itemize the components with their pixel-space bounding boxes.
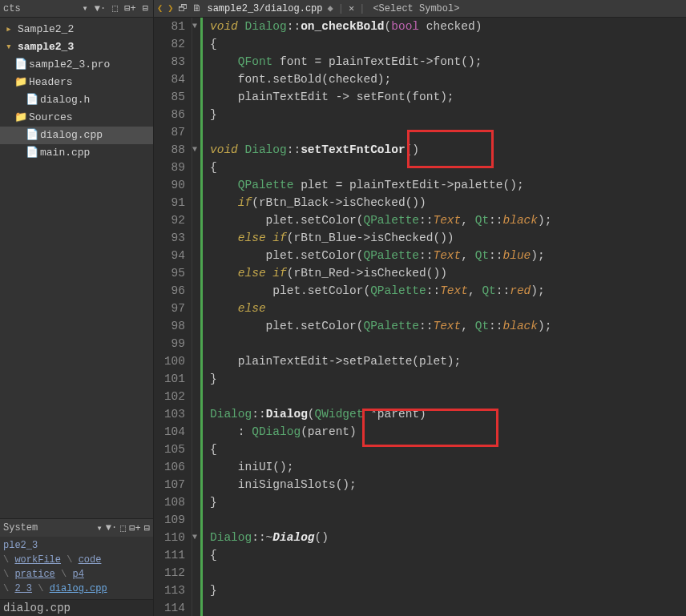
code-line[interactable] [210,564,686,582]
code-line[interactable]: if(rBtn_Black->isChecked()) [210,194,686,211]
file-icon: 📁 [14,110,26,126]
tree-item[interactable]: 📁Sources [0,109,153,127]
code-line[interactable] [210,388,686,405]
sidebar: cts ▾ ▼· ⬚ ⊟+ ⊟ ▸Sample2_2▾sample2_3📄sam… [0,0,154,616]
tree-item[interactable]: 📄dialog.cpp [0,127,153,144]
link-icon[interactable]: ⬚ [120,522,126,534]
fold-column[interactable]: ▼▼▼ [192,18,204,616]
tree-item[interactable]: 📄sample2_3.pro [0,56,153,74]
expand-icon[interactable]: ⊟+ [129,522,140,534]
expand-icon[interactable]: ⊟+ [123,2,137,14]
fold-icon[interactable]: ▼ [191,22,199,30]
file-icon: 🗎 [192,2,202,14]
code-line[interactable]: plainTextEdit->setPalette(plet); [210,352,686,370]
nav-fwd-icon[interactable]: ❯ [167,2,173,14]
code-line[interactable]: else if(rBtn_Red->isChecked()) [210,264,686,282]
current-file[interactable]: dialog.cpp [0,599,153,616]
fold-icon[interactable]: ▼ [191,146,199,154]
tab-close-icon[interactable]: ✕ [349,2,354,14]
nav-back-icon[interactable]: ❮ [157,2,163,14]
code-line[interactable]: } [210,582,686,599]
breadcrumb-seg: code [79,554,102,566]
tree-item[interactable]: ▾sample2_3 [0,38,153,56]
tree-item-label: Sources [29,110,73,126]
code-line[interactable]: Dialog::~Dialog() [210,529,686,546]
code-line[interactable] [210,599,686,616]
tree-item[interactable]: 📄dialog.h [0,91,153,109]
tree-item-label: Sample2_2 [18,22,74,38]
toolbar-label: cts [3,3,21,14]
code-line[interactable]: void Dialog::setTextFntColor() [210,141,686,159]
breadcrumb-seg: 2_3 [14,583,32,594]
code-line[interactable]: } [210,370,686,388]
file-icon: ▸ [3,22,14,38]
file-icon: 📄 [26,145,37,161]
tab-dropdown-icon[interactable]: ◆ [328,2,333,14]
tree-item[interactable]: 📄main.cpp [0,144,153,162]
filter-icon[interactable]: ▾ [96,522,102,534]
breadcrumb-seg: workFile [14,554,61,566]
code-area[interactable]: 8182838485868788899091929394959697989910… [154,18,686,616]
code-line[interactable]: plet.setColor(QPalette::Text, Qt::black)… [210,317,686,335]
file-icon: 📄 [14,57,26,73]
editor-tabbar: ❮ ❯ 🗗 🗎 sample2_3/dialog.cpp ◆ | ✕ | <Se… [154,0,686,18]
tree-item-label: dialog.h [40,92,90,108]
code-line[interactable]: else [210,300,686,317]
code-line[interactable]: QFont font = plainTextEdit->font(); [210,53,686,70]
code-line[interactable]: : QDialog(parent) [210,423,686,441]
split-icon[interactable]: ⊟ [141,2,150,14]
tree-item-label: sample2_3 [18,39,74,55]
breadcrumb-project: ple2_3 [3,540,38,551]
code-line[interactable]: iniSignalSlots(); [210,476,686,493]
code-line[interactable]: plet.setColor(QPalette::Text, Qt::black)… [210,211,686,229]
breadcrumb: ple2_3 \ workFile \ code \ pratice \ p4 … [0,537,153,599]
write-lock-icon[interactable]: 🗗 [178,2,188,14]
code-line[interactable]: else if(rBtn_Blue->isChecked()) [210,229,686,247]
code-line[interactable]: { [210,35,686,53]
breadcrumb-seg: pratice [14,569,54,580]
code-line[interactable]: } [210,493,686,511]
project-toolbar: cts ▾ ▼· ⬚ ⊟+ ⊟ [0,0,153,18]
open-docs-title: System [3,522,38,533]
select-symbol[interactable]: <Select Symbol> [373,3,459,14]
filter-icon[interactable]: ▾ [80,2,89,14]
project-tree[interactable]: ▸Sample2_2▾sample2_3📄sample2_3.pro📁Heade… [0,18,153,165]
code-line[interactable] [210,123,686,141]
current-file-label: dialog.cpp [3,602,71,614]
file-icon: 📁 [14,74,26,91]
code-line[interactable] [210,335,686,352]
fold-icon[interactable]: ▼ [191,533,199,542]
tab-filename[interactable]: sample2_3/dialog.cpp [207,3,322,14]
code-line[interactable]: plet.setColor(QPalette::Text, Qt::blue); [210,247,686,264]
funnel-icon[interactable]: ▼· [93,3,107,14]
code-line[interactable]: plainTextEdit -> setFont(font); [210,88,686,106]
editor: ❮ ❯ 🗗 🗎 sample2_3/dialog.cpp ◆ | ✕ | <Se… [154,0,686,616]
line-gutter: 8182838485868788899091929394959697989910… [154,18,192,616]
code-line[interactable]: Dialog::Dialog(QWidget *parent) [210,405,686,423]
code-line[interactable]: QPalette plet = plainTextEdit->palette()… [210,176,686,194]
code-line[interactable]: { [210,546,686,564]
code-line[interactable]: { [210,441,686,458]
tree-item-label: sample2_3.pro [29,57,110,73]
breadcrumb-link[interactable]: dialog.cpp [50,583,107,594]
file-icon: 📄 [26,92,37,108]
code-line[interactable]: plet.setColor(QPalette::Text, Qt::red); [210,282,686,300]
code-line[interactable] [210,511,686,529]
tree-item[interactable]: ▸Sample2_2 [0,21,153,38]
code-line[interactable]: { [210,159,686,176]
change-bar [200,18,203,616]
code-line[interactable]: void Dialog::on_checkBold(bool checked) [210,18,686,35]
code-line[interactable]: } [210,106,686,123]
tree-item-label: dialog.cpp [40,127,103,143]
code-line[interactable]: font.setBold(checked); [210,70,686,88]
funnel-icon[interactable]: ▼· [106,522,117,534]
link-icon[interactable]: ⬚ [111,2,119,14]
code-text[interactable]: void Dialog::on_checkBold(bool checked){… [204,18,686,616]
breadcrumb-seg: p4 [72,569,83,580]
tree-item-label: Headers [29,74,73,91]
split-icon[interactable]: ⊟ [144,522,150,534]
tree-item[interactable]: 📁Headers [0,74,153,91]
open-docs-panel: System ▾ ▼· ⬚ ⊟+ ⊟ ple2_3 \ workFile \ c… [0,518,153,616]
app-root: cts ▾ ▼· ⬚ ⊟+ ⊟ ▸Sample2_2▾sample2_3📄sam… [0,0,686,616]
code-line[interactable]: iniUI(); [210,458,686,476]
